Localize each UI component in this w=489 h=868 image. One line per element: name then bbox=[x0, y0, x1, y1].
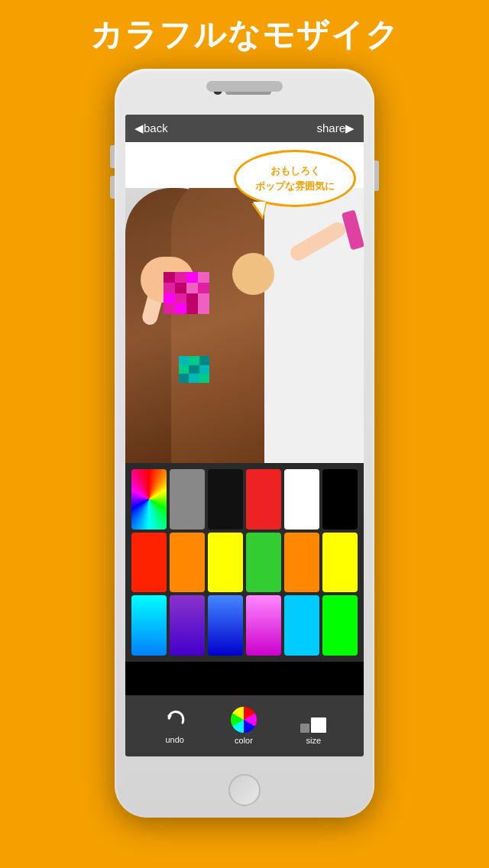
size-small-square bbox=[300, 724, 309, 733]
undo-label: undo bbox=[165, 735, 183, 744]
palette-color-lime[interactable] bbox=[322, 595, 358, 656]
palette-color-white[interactable] bbox=[284, 469, 319, 530]
color-button[interactable]: color bbox=[231, 707, 257, 745]
bottom-toolbar: undo color size bbox=[125, 695, 364, 756]
phone-screen: ◀back share▶ おもしろく ポップな雰囲気に bbox=[125, 115, 364, 756]
app-nav-bar: ◀back share▶ bbox=[125, 115, 364, 142]
palette-grid bbox=[131, 469, 358, 656]
speech-bubble-text: おもしろく ポップな雰囲気に bbox=[255, 164, 335, 193]
palette-color-orange[interactable] bbox=[170, 533, 205, 593]
palette-color-cyan-grad[interactable] bbox=[131, 595, 167, 656]
size-button[interactable]: size bbox=[300, 707, 326, 745]
palette-color-gray[interactable] bbox=[170, 469, 205, 530]
palette-color-rainbow[interactable] bbox=[131, 469, 167, 530]
page-title: カラフルなモザイク bbox=[0, 14, 489, 57]
power-button bbox=[374, 160, 379, 191]
volume-button-up bbox=[110, 145, 115, 168]
palette-color-red2[interactable] bbox=[131, 533, 167, 593]
mosaic-block-teal bbox=[179, 356, 209, 383]
volume-button-down bbox=[110, 176, 115, 199]
speech-bubble: おもしろく ポップな雰囲気に bbox=[234, 150, 356, 207]
color-label: color bbox=[235, 736, 253, 745]
palette-color-orange2[interactable] bbox=[284, 533, 319, 593]
palette-color-red[interactable] bbox=[246, 469, 281, 530]
color-circle-icon bbox=[231, 707, 257, 733]
color-palette bbox=[125, 463, 364, 662]
palette-color-purple-grad[interactable] bbox=[170, 595, 205, 656]
palette-color-green[interactable] bbox=[246, 533, 281, 593]
mosaic-block-pink bbox=[164, 272, 209, 314]
palette-color-black2[interactable] bbox=[322, 469, 358, 530]
back-button[interactable]: ◀back bbox=[134, 121, 168, 135]
size-label: size bbox=[306, 736, 322, 745]
share-button[interactable]: share▶ bbox=[316, 121, 355, 135]
palette-color-pink-grad[interactable] bbox=[246, 595, 281, 656]
palette-color-yellow2[interactable] bbox=[322, 533, 358, 593]
palette-color-yellow[interactable] bbox=[208, 533, 243, 593]
phone-frame: ◀back share▶ おもしろく ポップな雰囲気に bbox=[115, 69, 374, 818]
photo-content bbox=[125, 188, 364, 463]
top-bar bbox=[206, 81, 283, 92]
undo-button[interactable]: undo bbox=[163, 708, 187, 744]
size-large-square bbox=[311, 717, 326, 733]
size-icon bbox=[300, 707, 326, 733]
palette-color-black[interactable] bbox=[208, 469, 243, 530]
palette-color-blue-grad[interactable] bbox=[208, 595, 243, 656]
palette-color-cyan2[interactable] bbox=[284, 595, 319, 656]
photo-area: おもしろく ポップな雰囲気に bbox=[125, 142, 364, 463]
home-button[interactable] bbox=[228, 774, 261, 806]
